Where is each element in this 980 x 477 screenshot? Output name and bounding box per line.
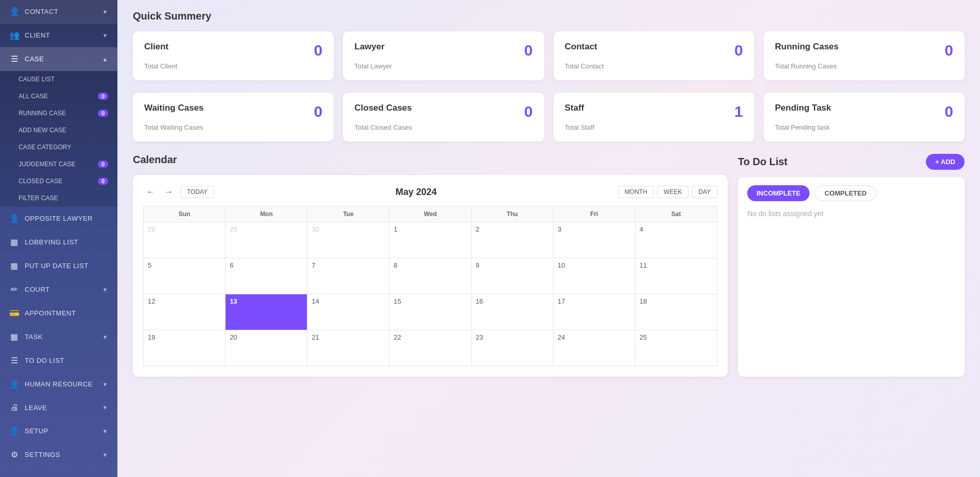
sidebar-sub-label-judgement-case: JUDGEMENT CASE [19, 161, 75, 168]
client-icon: 👥 [9, 30, 20, 40]
sidebar-label-task: TASK [25, 333, 43, 341]
sidebar-item-opposite-lawyer[interactable]: 👤OPPOSITE LAWYER [0, 207, 117, 231]
cal-view-btn-day[interactable]: DAY [692, 186, 717, 198]
sidebar-item-to-do-list[interactable]: ☰TO DO LIST [0, 349, 117, 373]
cal-cell-16[interactable]: 16 [472, 294, 554, 330]
sidebar-sub-label-all-case: ALL CASE [19, 93, 48, 100]
cal-cell-17[interactable]: 17 [554, 294, 635, 330]
cal-view-btn-week[interactable]: WEEK [657, 186, 689, 198]
cal-cell-6[interactable]: 6 [226, 258, 307, 294]
cal-cell-12[interactable]: 12 [144, 294, 226, 330]
cal-cell-22[interactable]: 22 [389, 330, 471, 366]
running-cases-card-value: 0 [944, 42, 953, 59]
sidebar-item-case[interactable]: ☰CASE▲ [0, 47, 117, 71]
sidebar-item-lobbying-list[interactable]: ▦LOBBYING LIST [0, 231, 117, 254]
sidebar-item-leave[interactable]: 🖨LEAVE▼ [0, 396, 117, 419]
cal-cell-8[interactable]: 8 [389, 258, 471, 294]
sidebar-sub-item-filter-case[interactable]: FILTER CASE [0, 190, 117, 207]
task-icon: ▦ [9, 332, 20, 342]
sidebar-sub-label-cause-list: CAUSE LIST [19, 76, 55, 83]
cal-cell-7[interactable]: 7 [307, 258, 389, 294]
sidebar-sub-label-add-new-case: ADD NEW CASE [19, 127, 66, 134]
cal-cell-9[interactable]: 9 [472, 258, 554, 294]
sidebar-label-opposite-lawyer: OPPOSITE LAWYER [25, 215, 93, 222]
sidebar-sub-item-closed-case[interactable]: CLOSED CASE0 [0, 173, 117, 190]
sidebar-item-appointment[interactable]: 💳APPOINTMENT [0, 302, 117, 325]
sidebar-sub-item-judgement-case[interactable]: JUDGEMENT CASE0 [0, 156, 117, 173]
cal-header-tue: Tue [307, 206, 389, 222]
todo-empty-message: No do lists assigned yet [747, 209, 955, 218]
client-card: Client0Total Client [133, 31, 334, 80]
calendar-section: Calendar ← → TODAY May 2024 MONTHWEEKDAY… [133, 154, 728, 377]
sidebar-sub-item-all-case[interactable]: ALL CASE0 [0, 88, 117, 105]
bottom-section: Calendar ← → TODAY May 2024 MONTHWEEKDAY… [133, 154, 965, 377]
sidebar-item-contact[interactable]: 👤CONTACT▼ [0, 0, 117, 24]
pending-task-card-subtitle: Total Pending task [775, 123, 953, 131]
contact-icon: 👤 [9, 7, 20, 16]
pending-task-card-title: Pending Task [775, 103, 831, 113]
sidebar-item-put-up-date-list[interactable]: ▦PUT UP DATE LIST [0, 254, 117, 278]
sidebar-item-task[interactable]: ▦TASK▼ [0, 325, 117, 349]
sidebar-label-put-up-date-list: PUT UP DATE LIST [25, 262, 89, 270]
running-cases-card: Running Cases0Total Running Cases [764, 31, 965, 80]
settings-chevron-icon: ▼ [102, 452, 108, 458]
cal-cell-13[interactable]: 13 [226, 294, 307, 330]
add-todo-button[interactable]: + ADD [926, 154, 965, 170]
cal-cell-30[interactable]: 30 [307, 222, 389, 258]
todo-tab-incomplete[interactable]: INCOMPLETE [747, 185, 810, 201]
cal-cell-24[interactable]: 24 [554, 330, 635, 366]
sidebar-label-court: COURT [25, 286, 49, 293]
cal-cell-15[interactable]: 15 [389, 294, 471, 330]
sidebar-label-to-do-list: TO DO LIST [25, 357, 64, 364]
cal-cell-1[interactable]: 1 [389, 222, 471, 258]
sidebar-item-settings[interactable]: ⚙SETTINGS▼ [0, 443, 117, 467]
staff-card-subtitle: Total Staff [565, 123, 743, 131]
todo-tabs: INCOMPLETECOMPLETED [747, 185, 955, 201]
sidebar-sub-label-running-case: RUNNING CASE [19, 110, 66, 117]
cal-cell-11[interactable]: 11 [635, 258, 717, 294]
cal-next-btn[interactable]: → [162, 185, 176, 199]
cal-cell-5[interactable]: 5 [144, 258, 226, 294]
cal-today-btn[interactable]: TODAY [180, 186, 214, 198]
cal-cell-2[interactable]: 2 [472, 222, 554, 258]
sidebar-sub-item-case-category[interactable]: CASE CATEGORY [0, 139, 117, 156]
cal-cell-23[interactable]: 23 [472, 330, 554, 366]
cal-view-btn-month[interactable]: MONTH [618, 186, 654, 198]
sidebar: 👤CONTACT▼👥CLIENT▼☰CASE▲CAUSE LISTALL CAS… [0, 0, 117, 477]
cal-cell-4[interactable]: 4 [635, 222, 717, 258]
client-card-subtitle: Total Client [144, 62, 322, 70]
lobbying-list-icon: ▦ [9, 237, 20, 247]
cal-cell-25[interactable]: 25 [635, 330, 717, 366]
contact-card: Contact0Total Contact [554, 31, 754, 80]
human-resource-chevron-icon: ▼ [102, 381, 108, 387]
cal-cell-3[interactable]: 3 [554, 222, 635, 258]
cal-cell-20[interactable]: 20 [226, 330, 307, 366]
cal-prev-btn[interactable]: ← [143, 185, 158, 199]
cal-cell-10[interactable]: 10 [554, 258, 635, 294]
cal-cell-21[interactable]: 21 [307, 330, 389, 366]
summary-grid-row1: Client0Total ClientLawyer0Total LawyerCo… [133, 31, 965, 80]
todo-section: To Do List + ADD INCOMPLETECOMPLETED No … [738, 154, 965, 377]
cal-cell-19[interactable]: 19 [144, 330, 226, 366]
badge-judgement-case: 0 [98, 161, 108, 168]
sidebar-item-setup[interactable]: 👤SETUP▼ [0, 419, 117, 443]
closed-cases-card-subtitle: Total Closed Cases [354, 123, 532, 131]
to-do-list-icon: ☰ [9, 356, 20, 365]
sidebar-sub-item-add-new-case[interactable]: ADD NEW CASE [0, 122, 117, 139]
sidebar-sub-item-running-case[interactable]: RUNNING CASE0 [0, 105, 117, 122]
todo-tab-completed[interactable]: COMPLETED [815, 185, 876, 201]
sidebar-label-lobbying-list: LOBBYING LIST [25, 238, 78, 246]
sidebar-item-client[interactable]: 👥CLIENT▼ [0, 24, 117, 47]
cal-cell-14[interactable]: 14 [307, 294, 389, 330]
cal-cell-28[interactable]: 28 [144, 222, 226, 258]
cal-cell-18[interactable]: 18 [635, 294, 717, 330]
closed-cases-card-value: 0 [524, 103, 533, 120]
sidebar-item-human-resource[interactable]: 👤HUMAN RESOURCE▼ [0, 373, 117, 396]
closed-cases-card-title: Closed Cases [354, 103, 412, 113]
sidebar-item-court[interactable]: ✏COURT▼ [0, 278, 117, 302]
human-resource-icon: 👤 [9, 379, 20, 389]
cal-cell-29[interactable]: 29 [226, 222, 307, 258]
court-chevron-icon: ▼ [102, 287, 108, 293]
sidebar-sub-item-cause-list[interactable]: CAUSE LIST [0, 71, 117, 88]
main-content: Quick Summery Client0Total ClientLawyer0… [117, 0, 980, 477]
